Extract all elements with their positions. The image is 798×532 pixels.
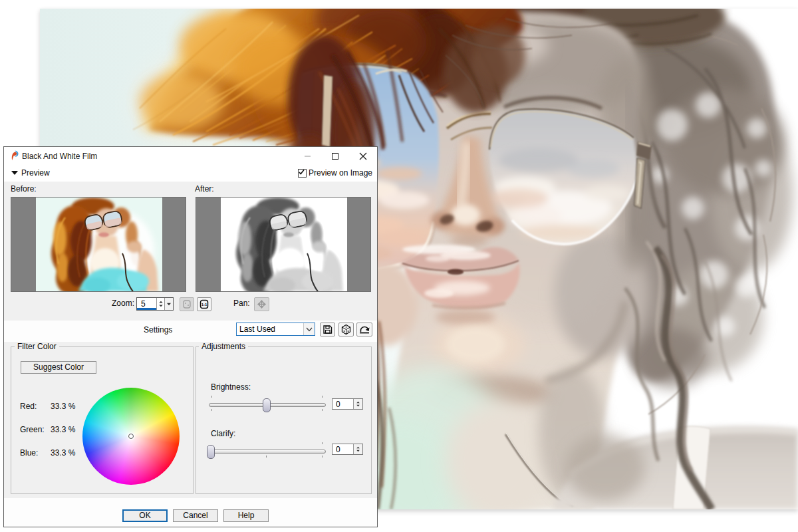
svg-text:1:1: 1:1: [201, 303, 207, 307]
